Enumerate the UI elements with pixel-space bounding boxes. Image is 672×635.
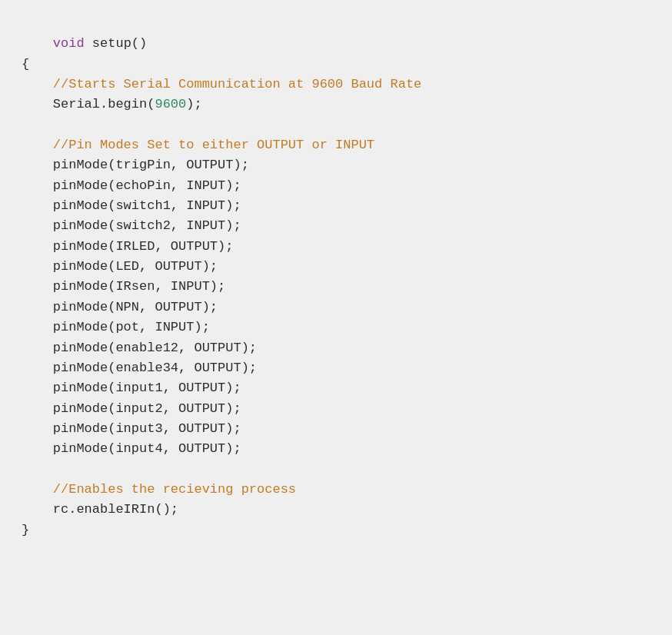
pinmode-led: pinMode(LED, OUTPUT); (22, 259, 218, 274)
code-block: void setup() { //Starts Serial Communica… (22, 14, 650, 560)
pinmode-input3: pinMode(input3, OUTPUT); (22, 421, 241, 436)
rc-enableirin: rc.enableIRIn(); (22, 502, 178, 517)
serial-begin: Serial.begin( (22, 97, 155, 111)
pinmode-echopin: pinMode(echoPin, INPUT); (22, 178, 241, 193)
keyword-void: void (53, 36, 85, 51)
serial-begin-close: ); (186, 97, 201, 111)
pinmode-switch1: pinMode(switch1, INPUT); (22, 198, 241, 213)
comment-serial: //Starts Serial Communication at 9600 Ba… (22, 77, 421, 91)
pinmode-enable34: pinMode(enable34, OUTPUT); (22, 361, 257, 375)
function-setup: setup() (85, 36, 148, 51)
pinmode-irsen: pinMode(IRsen, INPUT); (22, 279, 225, 294)
pinmode-trigpin: pinMode(trigPin, OUTPUT); (22, 158, 249, 172)
code-container: void setup() { //Starts Serial Communica… (0, 0, 672, 635)
brace-open: { (22, 57, 29, 71)
pinmode-irled: pinMode(IRLED, OUTPUT); (22, 239, 233, 254)
pinmode-input1: pinMode(input1, OUTPUT); (22, 381, 241, 395)
pinmode-input4: pinMode(input4, OUTPUT); (22, 441, 241, 456)
brace-close: } (22, 523, 29, 537)
baud-rate: 9600 (155, 97, 186, 111)
pinmode-switch2: pinMode(switch2, INPUT); (22, 218, 241, 233)
comment-pin-modes: //Pin Modes Set to either OUTPUT or INPU… (22, 138, 374, 152)
pinmode-npn: pinMode(NPN, OUTPUT); (22, 300, 218, 314)
comment-enables: //Enables the recieving process (22, 482, 296, 497)
pinmode-enable12: pinMode(enable12, OUTPUT); (22, 341, 257, 355)
pinmode-input2: pinMode(input2, OUTPUT); (22, 401, 241, 416)
pinmode-pot: pinMode(pot, INPUT); (22, 320, 210, 334)
